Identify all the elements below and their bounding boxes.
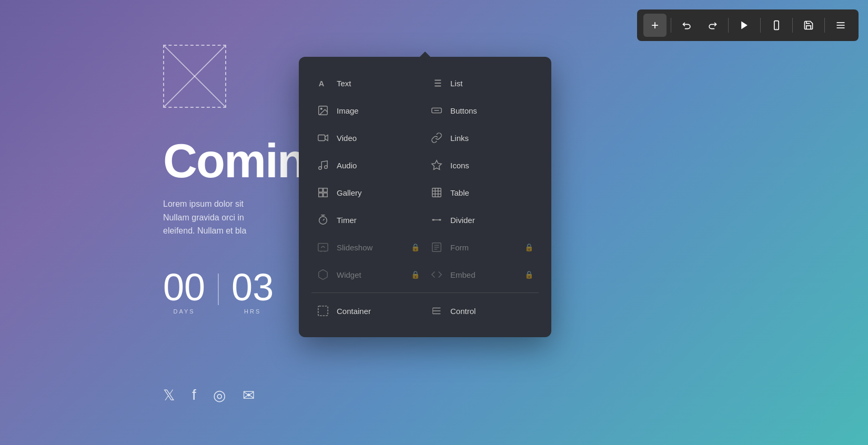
audio-label: Audio <box>337 161 420 170</box>
countdown: 00 DAYS 03 HRS <box>163 268 274 315</box>
video-icon <box>317 132 329 144</box>
toolbar-divider-2 <box>728 18 729 33</box>
svg-point-19 <box>319 167 322 170</box>
video-label: Video <box>337 134 420 143</box>
svg-line-41 <box>323 246 325 248</box>
svg-rect-25 <box>324 193 327 197</box>
menu-item-image[interactable]: Image <box>311 97 425 124</box>
menu-item-links[interactable]: Links <box>425 124 539 151</box>
image-label: Image <box>337 106 420 115</box>
menu-item-icons[interactable]: Icons <box>425 151 539 179</box>
hrs-label: HRS <box>231 308 274 315</box>
slideshow-icon <box>317 241 329 254</box>
menu-button[interactable] <box>829 14 852 37</box>
timer-label: Timer <box>337 216 420 225</box>
buttons-icon <box>430 104 443 117</box>
slideshow-lock-icon: 🔒 <box>411 243 420 251</box>
table-label: Table <box>450 188 533 197</box>
hrs-unit: 03 HRS <box>231 268 274 315</box>
svg-rect-26 <box>432 188 441 197</box>
svg-rect-22 <box>319 188 322 192</box>
days-unit: 00 DAYS <box>163 268 205 315</box>
toolbar: + <box>637 9 859 41</box>
menu-item-divider[interactable]: Divider <box>425 206 539 234</box>
facebook-icon[interactable]: f <box>192 387 196 404</box>
svg-rect-1 <box>774 21 779 30</box>
mobile-icon <box>771 20 782 31</box>
svg-point-20 <box>325 166 328 169</box>
embed-lock-icon: 🔒 <box>524 270 533 279</box>
container-icon <box>317 305 329 317</box>
timer-icon <box>317 214 329 226</box>
save-icon <box>803 20 814 31</box>
play-icon <box>739 20 750 31</box>
table-icon <box>430 186 443 199</box>
form-label: Form <box>450 243 517 252</box>
svg-rect-17 <box>318 135 325 141</box>
menu-item-list[interactable]: List <box>425 69 539 97</box>
svg-rect-24 <box>319 193 322 197</box>
menu-item-buttons[interactable]: Buttons <box>425 97 539 124</box>
mobile-button[interactable] <box>765 14 788 37</box>
embed-icon <box>430 268 443 281</box>
menu-grid: A Text List Image Buttons <box>311 69 539 325</box>
widget-lock-icon: 🔒 <box>411 270 420 279</box>
twitter-icon[interactable]: 𝕏 <box>163 387 175 404</box>
add-button[interactable]: + <box>643 14 667 37</box>
menu-item-gallery[interactable]: Gallery <box>311 179 425 206</box>
menu-item-control[interactable]: Control <box>425 297 539 325</box>
menu-item-embed: Embed 🔒 <box>425 261 539 288</box>
svg-marker-18 <box>325 135 328 141</box>
container-label: Container <box>337 307 420 316</box>
menu-item-slideshow: Slideshow 🔒 <box>311 234 425 261</box>
days-number: 00 <box>163 268 205 306</box>
embed-label: Embed <box>450 270 517 279</box>
gallery-label: Gallery <box>337 188 420 197</box>
placeholder-image <box>163 45 226 108</box>
toolbar-divider-5 <box>824 18 825 33</box>
svg-text:A: A <box>319 79 325 88</box>
slideshow-label: Slideshow <box>337 243 403 252</box>
menu-item-form: Form 🔒 <box>425 234 539 261</box>
widget-label: Widget <box>337 270 403 279</box>
list-label: List <box>450 79 533 88</box>
svg-rect-23 <box>324 188 327 192</box>
menu-item-audio[interactable]: Audio <box>311 151 425 179</box>
undo-button[interactable] <box>675 14 699 37</box>
menu-item-widget: Widget 🔒 <box>311 261 425 288</box>
toolbar-divider-1 <box>671 18 671 33</box>
gallery-icon <box>317 186 329 199</box>
toolbar-divider-4 <box>792 18 793 33</box>
hrs-number: 03 <box>231 268 274 306</box>
svg-line-42 <box>321 246 323 248</box>
redo-button[interactable] <box>701 14 724 37</box>
menu-item-container[interactable]: Container <box>311 297 425 325</box>
svg-point-31 <box>319 217 327 225</box>
days-label: DAYS <box>163 308 205 315</box>
email-icon[interactable]: ✉ <box>243 387 255 404</box>
links-icon <box>430 132 443 144</box>
text-label: Text <box>337 79 420 88</box>
menu-item-video[interactable]: Video <box>311 124 425 151</box>
menu-item-text[interactable]: A Text <box>311 69 425 97</box>
count-divider <box>218 274 219 305</box>
save-button[interactable] <box>797 14 820 37</box>
svg-marker-21 <box>432 160 441 169</box>
image-icon <box>317 104 329 117</box>
menu-item-table[interactable]: Table <box>425 179 539 206</box>
svg-rect-47 <box>318 306 328 316</box>
list-icon <box>430 77 443 89</box>
control-icon <box>430 305 443 317</box>
form-icon <box>430 241 443 254</box>
lorem-text: Lorem ipsum dolor sit Nullam gravida orc… <box>163 197 246 238</box>
text-icon: A <box>317 77 329 89</box>
svg-rect-38 <box>318 244 328 251</box>
buttons-label: Buttons <box>450 106 533 115</box>
instagram-icon[interactable]: ◎ <box>213 387 226 404</box>
audio-icon <box>317 159 329 171</box>
play-button[interactable] <box>733 14 756 37</box>
redo-icon <box>707 20 718 31</box>
form-lock-icon: 🔒 <box>524 243 533 251</box>
svg-point-14 <box>320 108 322 109</box>
menu-item-timer[interactable]: Timer <box>311 206 425 234</box>
